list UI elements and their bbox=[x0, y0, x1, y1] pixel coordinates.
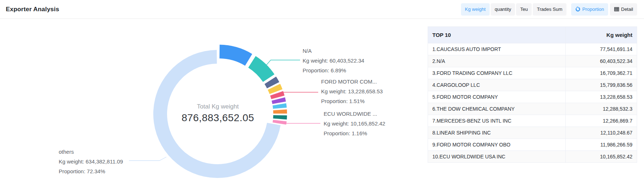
pie-slice-ford-motor-company-obo[interactable] bbox=[273, 115, 287, 119]
table-header-top10: TOP 10 bbox=[428, 27, 566, 43]
exporter-name-cell: 8.LINEAR SHIPPING INC bbox=[428, 127, 566, 139]
tab-trades-sum[interactable]: Trades Sum bbox=[533, 3, 566, 16]
chart-label-line: Kg weight: 10,165,852.42 bbox=[324, 119, 385, 128]
chart-label-ecu-worldwide: ECU WORLDWIDE ...Kg weight: 10,165,852.4… bbox=[324, 109, 385, 138]
tab-teu[interactable]: Teu bbox=[516, 3, 532, 16]
chart-label-line: Proportion: 72.34% bbox=[59, 166, 123, 176]
exporter-name-cell: 9.FORD MOTOR COMPANY OBO bbox=[428, 139, 566, 151]
chart-label-line: Kg weight: 634,382,811.09 bbox=[59, 157, 123, 166]
tab-quantity[interactable]: quantity bbox=[491, 3, 515, 16]
view-button-detail[interactable]: Detail bbox=[610, 3, 637, 16]
label-line-n-a bbox=[266, 60, 300, 65]
view-button-label: Detail bbox=[621, 7, 633, 12]
top10-table-wrap: TOP 10 Kg weight 1.CAUCASUS AUTO IMPORT7… bbox=[428, 26, 637, 163]
exporter-name-cell: 1.CAUCASUS AUTO IMPORT bbox=[428, 43, 566, 55]
kg-weight-cell: 10,165,852.42 bbox=[566, 151, 637, 163]
kg-weight-cell: 15,799,836.56 bbox=[566, 79, 637, 91]
pie-slice-mercedes-benz-us-intl-inc[interactable] bbox=[273, 103, 287, 109]
exporter-name-cell: 3.FORD TRADING COMPANY LLC bbox=[428, 67, 566, 79]
kg-weight-cell: 11,986,266.59 bbox=[566, 139, 637, 151]
kg-weight-cell: 60,403,522.34 bbox=[566, 55, 637, 67]
table-row-9[interactable]: 9.FORD MOTOR COMPANY OBO11,986,266.59 bbox=[428, 139, 637, 151]
exporter-name-cell: 6.THE DOW CHEMICAL COMPANY bbox=[428, 103, 566, 115]
pie-slice-caucasus-auto-import[interactable] bbox=[220, 45, 252, 66]
kg-weight-cell: 16,709,362.71 bbox=[566, 67, 637, 79]
kg-weight-cell: 12,110,248.67 bbox=[566, 127, 637, 139]
donut-chart-icon bbox=[575, 7, 581, 12]
exporter-name-cell: 2.N/A bbox=[428, 55, 566, 67]
chart-label-line: Proportion: 6.89% bbox=[303, 65, 364, 75]
table-row-3[interactable]: 3.FORD TRADING COMPANY LLC16,709,362.71 bbox=[428, 67, 637, 79]
table-row-10[interactable]: 10.ECU WORLDWIDE USA INC10,165,852.42 bbox=[428, 151, 637, 163]
table-row-5[interactable]: 5.FORD MOTOR COMPANY13,228,658.53 bbox=[428, 91, 637, 103]
chart-label-line: Proportion: 1.51% bbox=[321, 96, 383, 106]
table-header-row: TOP 10 Kg weight bbox=[428, 27, 637, 43]
pie-slice-ecu-worldwide-usa-inc[interactable] bbox=[273, 120, 287, 124]
view-switch-group: ProportionDetail bbox=[571, 3, 637, 16]
view-button-proportion[interactable]: Proportion bbox=[571, 3, 608, 16]
chart-label-line: Kg weight: 60,403,522.34 bbox=[303, 56, 364, 65]
table-row-7[interactable]: 7.MERCEDES-BENZ US INTL INC12,266,869.7 bbox=[428, 115, 637, 127]
chart-label-n-a: N/AKg weight: 60,403,522.34Proportion: 6… bbox=[303, 46, 364, 75]
table-row-4[interactable]: 4.CARGOLOOP LLC15,799,836.56 bbox=[428, 79, 637, 91]
kg-weight-cell: 12,288,532.3 bbox=[566, 103, 637, 115]
table-row-2[interactable]: 2.N/A60,403,522.34 bbox=[428, 55, 637, 67]
chart-label-line: ECU WORLDWIDE ... bbox=[324, 109, 385, 119]
pie-slice-linear-shipping-inc[interactable] bbox=[273, 109, 287, 114]
exporter-name-cell: 4.CARGOLOOP LLC bbox=[428, 79, 566, 91]
chart-label-line: Proportion: 1.16% bbox=[324, 128, 385, 138]
table-row-1[interactable]: 1.CAUCASUS AUTO IMPORT77,541,691.14 bbox=[428, 43, 637, 55]
table-row-8[interactable]: 8.LINEAR SHIPPING INC12,110,248.67 bbox=[428, 127, 637, 139]
kg-weight-cell: 77,541,691.14 bbox=[566, 43, 637, 55]
page-title: Exporter Analysis bbox=[6, 6, 59, 13]
table-row-6[interactable]: 6.THE DOW CHEMICAL COMPANY12,288,532.3 bbox=[428, 103, 637, 115]
chart-label-line: Kg weight: 13,228,658.53 bbox=[321, 86, 383, 96]
view-button-label: Proportion bbox=[582, 7, 604, 12]
table-icon bbox=[614, 7, 619, 12]
chart-label-line: FORD MOTOR COM... bbox=[321, 77, 383, 86]
table-header-kg-weight: Kg weight bbox=[566, 27, 637, 43]
top10-table: TOP 10 Kg weight 1.CAUCASUS AUTO IMPORT7… bbox=[428, 26, 637, 163]
chart-label-others: othersKg weight: 634,382,811.09Proportio… bbox=[59, 147, 123, 176]
tab-kg-weight[interactable]: Kg weight bbox=[461, 3, 490, 16]
metric-tab-group: Kg weightquantityTeuTrades Sum bbox=[461, 3, 566, 16]
chart-label-line: others bbox=[59, 147, 123, 157]
exporter-analysis-page: { "header": { "title": "Exporter Analysi… bbox=[0, 0, 644, 187]
chart-label-line: N/A bbox=[303, 46, 364, 56]
label-line-others bbox=[129, 157, 166, 161]
kg-weight-cell: 13,228,658.53 bbox=[566, 91, 637, 103]
page-header: Exporter Analysis Kg weightquantityTeuTr… bbox=[0, 0, 644, 19]
exporter-name-cell: 7.MERCEDES-BENZ US INTL INC bbox=[428, 115, 566, 127]
chart-label-ford-motor-com: FORD MOTOR COM...Kg weight: 13,228,658.5… bbox=[321, 77, 383, 106]
exporter-name-cell: 10.ECU WORLDWIDE USA INC bbox=[428, 151, 566, 163]
exporter-name-cell: 5.FORD MOTOR COMPANY bbox=[428, 91, 566, 103]
kg-weight-cell: 12,266,869.7 bbox=[566, 115, 637, 127]
